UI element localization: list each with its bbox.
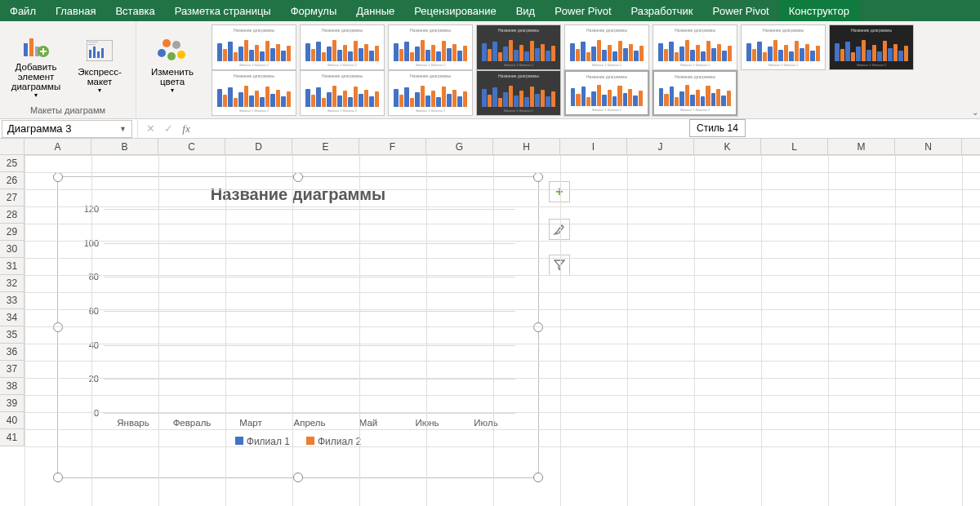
row-header[interactable]: 30 <box>0 241 24 258</box>
row-header[interactable]: 26 <box>0 172 24 189</box>
row-header[interactable]: 41 <box>0 429 24 446</box>
change-colors-button[interactable]: Изменить цвета ▾ <box>143 33 202 97</box>
layout-grid-icon <box>83 36 116 65</box>
formula-bar[interactable] <box>195 120 980 138</box>
chart-plus-button[interactable]: + <box>549 181 570 202</box>
chart-brush-button[interactable] <box>549 219 570 240</box>
col-header[interactable]: D <box>225 139 292 154</box>
resize-handle[interactable] <box>53 322 63 332</box>
row-header[interactable]: 39 <box>0 395 24 412</box>
resize-handle[interactable] <box>533 172 543 182</box>
dropdown-icon[interactable]: ▼ <box>119 125 127 133</box>
gallery-more-icon[interactable]: ⌄ <box>972 108 978 117</box>
embedded-chart[interactable]: Название диаграммы 020406080100120 Январ… <box>57 176 539 478</box>
chart-legend[interactable]: Филиал 1Филиал 2 <box>58 436 538 447</box>
chart-style-thumb[interactable]: Название диаграммыФилиал 1 Филиал 2 <box>388 24 473 70</box>
col-header[interactable]: H <box>493 139 560 154</box>
chart-title[interactable]: Название диаграммы <box>58 185 538 204</box>
resize-handle[interactable] <box>293 172 303 182</box>
tab-power-pivot[interactable]: Power Pivot <box>702 0 778 21</box>
ribbon-tabs: ФайлГлавнаяВставкаРазметка страницыФорму… <box>0 0 980 21</box>
change-colors-group: Изменить цвета ▾ <box>136 21 208 118</box>
chart-style-thumb[interactable]: Название диаграммыФилиал 1 Филиал 2 <box>564 70 649 116</box>
accept-formula-button[interactable]: ✓ <box>159 120 177 138</box>
resize-handle[interactable] <box>53 172 63 182</box>
col-header[interactable]: G <box>426 139 493 154</box>
chart-plot-area[interactable]: 020406080100120 <box>104 209 515 413</box>
chart-style-thumb[interactable]: Название диаграммыФилиал 1 Филиал 2 <box>741 24 826 70</box>
col-header[interactable]: J <box>627 139 694 154</box>
cells-area[interactable]: Название диаграммы 020406080100120 Январ… <box>24 155 980 506</box>
row-header[interactable]: 29 <box>0 224 24 241</box>
tab-данные[interactable]: Данные <box>346 0 404 21</box>
row-header[interactable]: 40 <box>0 412 24 429</box>
tab-конструктор[interactable]: Конструктор <box>779 0 859 21</box>
name-box-value: Диаграмма 3 <box>7 122 71 135</box>
resize-handle[interactable] <box>533 473 543 482</box>
tab-разработчик[interactable]: Разработчик <box>621 0 703 21</box>
chart-style-thumb[interactable]: Название диаграммыФилиал 1 Филиал 2 <box>388 70 473 116</box>
chart-style-thumb[interactable]: Название диаграммыФилиал 1 Филиал 2 <box>476 70 561 116</box>
svg-rect-0 <box>24 43 28 56</box>
tab-рецензирование[interactable]: Рецензирование <box>404 0 506 21</box>
cancel-formula-button[interactable]: ✕ <box>141 120 159 138</box>
chart-style-thumb[interactable]: Название диаграммыФилиал 1 Филиал 2 <box>300 70 385 116</box>
chart-style-thumb[interactable]: Название диаграммыФилиал 1 Филиал 2 <box>212 70 296 116</box>
row-header[interactable]: 32 <box>0 275 24 292</box>
col-header[interactable]: B <box>91 139 158 154</box>
row-header[interactable]: 25 <box>0 155 24 172</box>
col-header[interactable]: N <box>895 139 962 154</box>
col-header[interactable]: E <box>292 139 359 154</box>
svg-rect-5 <box>40 51 47 52</box>
chart-style-thumb[interactable]: Название диаграммыФилиал 1 Филиал 2 <box>476 24 561 70</box>
col-header[interactable]: L <box>761 139 828 154</box>
tab-вид[interactable]: Вид <box>506 0 546 21</box>
resize-handle[interactable] <box>533 322 543 332</box>
resize-handle[interactable] <box>293 473 303 482</box>
y-tick: 60 <box>71 306 104 316</box>
chart-style-thumb[interactable]: Название диаграммыФилиал 1 Филиал 2 <box>829 24 914 70</box>
row-header[interactable]: 31 <box>0 258 24 275</box>
chart-style-thumb[interactable]: Название диаграммыФилиал 1 Филиал 2 <box>653 24 737 70</box>
x-label: Май <box>339 418 398 428</box>
fx-button[interactable]: fx <box>177 120 195 138</box>
row-header[interactable]: 35 <box>0 326 24 344</box>
row-header[interactable]: 33 <box>0 292 24 309</box>
chart-style-thumb[interactable]: Название диаграммыФилиал 1 Филиал 2 <box>212 24 296 70</box>
tab-разметка-страницы[interactable]: Разметка страницы <box>165 0 281 21</box>
col-header[interactable]: F <box>359 139 426 154</box>
legend-item[interactable]: Филиал 1 <box>235 436 290 447</box>
tab-формулы[interactable]: Формулы <box>281 0 347 21</box>
x-label: Март <box>221 418 280 428</box>
quick-layout-label: Экспресс-макет <box>72 67 127 87</box>
row-header[interactable]: 27 <box>0 189 24 206</box>
chart-style-thumb[interactable]: Название диаграммыФилиал 1 Филиал 2 <box>653 70 737 116</box>
quick-layout-button[interactable]: Экспресс-макет ▾ <box>70 33 129 97</box>
row-header[interactable]: 38 <box>0 378 24 395</box>
add-chart-element-button[interactable]: Добавить элемент диаграммы ▾ <box>7 28 65 102</box>
row-header[interactable]: 28 <box>0 206 24 224</box>
col-header[interactable]: A <box>24 139 91 154</box>
row-header[interactable]: 36 <box>0 344 24 361</box>
tab-power-pivot[interactable]: Power Pivot <box>545 0 621 21</box>
row-header[interactable]: 34 <box>0 309 24 326</box>
tab-главная[interactable]: Главная <box>46 0 105 21</box>
tab-вставка[interactable]: Вставка <box>105 0 164 21</box>
ribbon: Добавить элемент диаграммы ▾ Экспресс-ма… <box>0 21 980 119</box>
legend-item[interactable]: Филиал 2 <box>306 436 361 447</box>
select-all-corner[interactable] <box>0 139 24 155</box>
chart-style-thumb[interactable]: Название диаграммыФилиал 1 Филиал 2 <box>564 24 649 70</box>
col-header[interactable]: M <box>828 139 895 154</box>
svg-rect-7 <box>89 50 91 58</box>
tab-файл[interactable]: Файл <box>0 0 46 21</box>
col-header[interactable]: K <box>694 139 761 154</box>
x-label: Январь <box>104 418 163 428</box>
resize-handle[interactable] <box>53 473 63 482</box>
col-header[interactable]: C <box>158 139 225 154</box>
col-header[interactable]: I <box>560 139 627 154</box>
chart-style-thumb[interactable]: Название диаграммыФилиал 1 Филиал 2 <box>300 24 385 70</box>
row-header[interactable]: 37 <box>0 361 24 378</box>
y-tick: 100 <box>71 238 104 248</box>
bar-chart-plus-icon <box>20 31 52 60</box>
name-box[interactable]: Диаграмма 3 ▼ <box>2 120 132 138</box>
